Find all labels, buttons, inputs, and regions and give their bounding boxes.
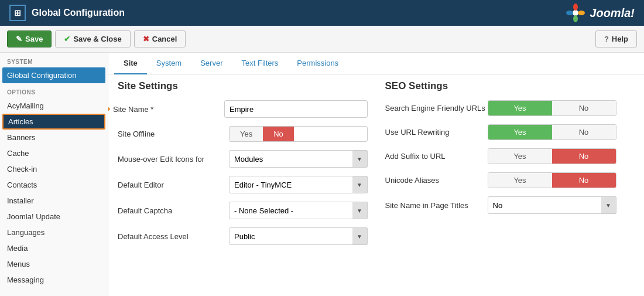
unicode-aliases-no-btn[interactable]: No bbox=[552, 173, 616, 188]
main-layout: SYSTEM Global Configuration OPTIONS AcyM… bbox=[0, 53, 644, 296]
save-close-button[interactable]: ✔ Save & Close bbox=[55, 30, 130, 47]
cancel-button[interactable]: ✖ Cancel bbox=[134, 30, 186, 47]
friendly-urls-label: Search Engine Friendly URLs bbox=[385, 104, 488, 113]
suffix-url-label: Add Suffix to URL bbox=[385, 152, 488, 161]
mouse-over-select-wrap: Modules ▼ bbox=[229, 150, 368, 168]
arrow-annotation-icon: ➜ bbox=[108, 101, 111, 117]
default-editor-select-wrap: Editor - TinyMCE ▼ bbox=[229, 176, 368, 193]
sidebar-item-banners[interactable]: Banners bbox=[0, 130, 108, 145]
joomla-text: Joomla! bbox=[590, 6, 635, 20]
sidebar-item-menus[interactable]: Menus bbox=[0, 256, 108, 272]
mouse-over-label: Mouse-over Edit Icons for bbox=[118, 155, 229, 164]
site-name-titles-control: No Before After ▼ bbox=[488, 196, 635, 214]
svg-point-2 bbox=[578, 11, 585, 15]
default-access-select[interactable]: Public bbox=[229, 227, 368, 245]
sidebar-item-languages[interactable]: Languages bbox=[0, 224, 108, 240]
site-offline-toggle: Yes No bbox=[229, 126, 368, 142]
mouse-over-row: Mouse-over Edit Icons for Modules ▼ bbox=[118, 150, 368, 168]
sidebar-item-global-configuration[interactable]: Global Configuration bbox=[2, 67, 105, 83]
options-section-label: OPTIONS bbox=[0, 83, 108, 98]
default-captcha-control: - None Selected - ▼ bbox=[229, 202, 368, 219]
site-offline-no-btn[interactable]: No bbox=[263, 127, 294, 141]
mouse-over-dropdown-icon: ▼ bbox=[352, 150, 368, 168]
content-area: Site System Server Text Filters Permissi… bbox=[108, 53, 644, 296]
svg-point-0 bbox=[573, 10, 578, 16]
sidebar-item-articles[interactable]: Articles bbox=[2, 114, 105, 130]
unicode-aliases-row: Unicode Aliases Yes No bbox=[385, 172, 635, 188]
default-access-row: Default Access Level Public ▼ bbox=[118, 227, 368, 245]
default-access-label: Default Access Level bbox=[118, 232, 229, 241]
default-captcha-label: Default Captcha bbox=[118, 206, 229, 215]
default-editor-label: Default Editor bbox=[118, 181, 229, 189]
default-access-dropdown-icon: ▼ bbox=[352, 227, 368, 245]
tab-text-filters[interactable]: Text Filters bbox=[232, 53, 287, 74]
save-button[interactable]: ✎ Save bbox=[7, 30, 52, 47]
sidebar: SYSTEM Global Configuration OPTIONS AcyM… bbox=[0, 53, 108, 296]
tab-system[interactable]: System bbox=[147, 53, 191, 74]
site-settings-title: Site Settings bbox=[118, 80, 368, 92]
default-editor-control: Editor - TinyMCE ▼ bbox=[229, 176, 368, 193]
svg-point-4 bbox=[566, 11, 573, 15]
url-rewriting-yes-btn[interactable]: Yes bbox=[488, 125, 552, 140]
default-editor-select[interactable]: Editor - TinyMCE bbox=[229, 176, 368, 193]
default-captcha-select[interactable]: - None Selected - bbox=[229, 202, 368, 219]
suffix-url-no-btn[interactable]: No bbox=[552, 149, 616, 164]
sidebar-item-contacts[interactable]: Contacts bbox=[0, 177, 108, 193]
friendly-urls-no-btn[interactable]: No bbox=[552, 101, 616, 115]
mouse-over-control: Modules ▼ bbox=[229, 150, 368, 168]
site-offline-label: Site Offline bbox=[118, 130, 229, 138]
unicode-aliases-toggle: Yes No bbox=[488, 172, 616, 188]
site-name-label: Site Name * bbox=[113, 105, 224, 114]
site-name-input[interactable] bbox=[224, 100, 368, 118]
suffix-url-toggle: Yes No bbox=[488, 148, 616, 164]
top-header: ⊞ Global Configuration Joomla! bbox=[0, 0, 644, 26]
help-button[interactable]: ? Help bbox=[595, 30, 637, 47]
site-offline-row: Site Offline Yes No bbox=[118, 126, 368, 142]
site-name-titles-select[interactable]: No Before After bbox=[488, 196, 616, 214]
tab-site[interactable]: Site bbox=[114, 53, 147, 74]
default-captcha-row: Default Captcha - None Selected - ▼ bbox=[118, 202, 368, 219]
url-rewriting-toggle: Yes No bbox=[488, 124, 616, 140]
system-section-label: SYSTEM bbox=[0, 53, 108, 67]
joomla-logo: Joomla! bbox=[565, 2, 635, 23]
friendly-urls-toggle: Yes No bbox=[488, 100, 616, 116]
app-icon: ⊞ bbox=[9, 5, 26, 21]
seo-settings-title: SEO Settings bbox=[385, 80, 635, 92]
sidebar-item-acymailing[interactable]: AcyMailing bbox=[0, 98, 108, 114]
panels: Site Settings ➜ Site Name * Site Offline bbox=[108, 74, 644, 259]
default-access-control: Public ▼ bbox=[229, 227, 368, 245]
seo-settings-panel: SEO Settings Search Engine Friendly URLs… bbox=[385, 80, 635, 253]
default-captcha-select-wrap: - None Selected - ▼ bbox=[229, 202, 368, 219]
friendly-urls-yes-btn[interactable]: Yes bbox=[488, 101, 552, 115]
sidebar-item-media[interactable]: Media bbox=[0, 240, 108, 256]
help-label: Help bbox=[612, 35, 628, 43]
app-title: ⊞ Global Configuration bbox=[9, 5, 125, 21]
default-editor-row: Default Editor Editor - TinyMCE ▼ bbox=[118, 176, 368, 193]
suffix-url-yes-btn[interactable]: Yes bbox=[488, 149, 552, 164]
friendly-urls-row: Search Engine Friendly URLs Yes No bbox=[385, 100, 635, 116]
sidebar-item-messaging[interactable]: Messaging bbox=[0, 272, 108, 288]
url-rewriting-row: Use URL Rewriting Yes No bbox=[385, 124, 635, 140]
mouse-over-select[interactable]: Modules bbox=[229, 150, 368, 168]
site-name-titles-label: Site Name in Page Titles bbox=[385, 201, 488, 210]
sidebar-item-installer[interactable]: Installer bbox=[0, 193, 108, 209]
url-rewriting-no-btn[interactable]: No bbox=[552, 125, 616, 140]
tab-server[interactable]: Server bbox=[191, 53, 232, 74]
sidebar-item-cache[interactable]: Cache bbox=[0, 145, 108, 161]
svg-point-3 bbox=[573, 15, 578, 22]
site-name-titles-select-wrap: No Before After ▼ bbox=[488, 196, 616, 214]
sidebar-item-checkin[interactable]: Check-in bbox=[0, 161, 108, 177]
question-icon: ? bbox=[604, 35, 609, 43]
sidebar-item-joomla-update[interactable]: Joomla! Update bbox=[0, 209, 108, 224]
joomla-flower-icon bbox=[565, 2, 586, 23]
url-rewriting-label: Use URL Rewriting bbox=[385, 128, 488, 137]
unicode-aliases-control: Yes No bbox=[488, 172, 635, 188]
suffix-url-control: Yes No bbox=[488, 148, 635, 164]
default-captcha-dropdown-icon: ▼ bbox=[352, 202, 368, 219]
site-name-titles-dropdown-icon: ▼ bbox=[601, 196, 616, 214]
site-offline-yes-btn[interactable]: Yes bbox=[229, 127, 263, 141]
tab-bar: Site System Server Text Filters Permissi… bbox=[108, 53, 644, 74]
unicode-aliases-label: Unicode Aliases bbox=[385, 176, 488, 185]
unicode-aliases-yes-btn[interactable]: Yes bbox=[488, 173, 552, 188]
tab-permissions[interactable]: Permissions bbox=[287, 53, 348, 74]
